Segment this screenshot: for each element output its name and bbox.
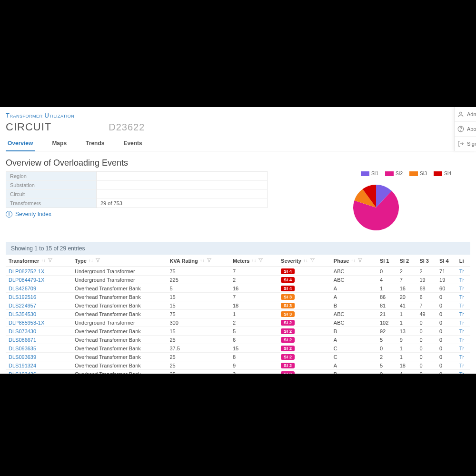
col-si-3[interactable]: SI 3 bbox=[416, 255, 436, 267]
row-link[interactable]: Tr bbox=[459, 277, 464, 283]
row-link[interactable]: Tr bbox=[459, 303, 464, 308]
cell-si2: 2 bbox=[397, 267, 417, 276]
summary-value: 29 of 753 bbox=[97, 198, 267, 208]
cell-kva: 25 bbox=[167, 361, 230, 370]
filter-icon[interactable] bbox=[258, 258, 263, 264]
filter-icon[interactable] bbox=[357, 258, 363, 264]
severity-index-link[interactable]: i Severity Index bbox=[6, 211, 268, 218]
cell-kva: 25 bbox=[167, 370, 230, 374]
row-link[interactable]: Tr bbox=[459, 311, 464, 317]
row-link[interactable]: Tr bbox=[459, 320, 464, 326]
cell-si3: 0 bbox=[416, 370, 436, 374]
col-li[interactable]: Li bbox=[456, 255, 470, 267]
cell-si4: 0 bbox=[436, 301, 456, 310]
sort-icon[interactable]: ↑↓ bbox=[89, 258, 93, 263]
transformer-link[interactable]: DLS093639 bbox=[9, 354, 36, 360]
transformer-link[interactable]: DLP885953-1X bbox=[9, 320, 44, 326]
transformer-link[interactable]: DLS192516 bbox=[9, 294, 36, 300]
transformer-link[interactable]: DLP082752-1X bbox=[9, 268, 44, 274]
page-title-row: CIRCUIT D23622 bbox=[6, 121, 470, 133]
transformer-link[interactable]: DLS426709 bbox=[9, 286, 36, 291]
filter-icon[interactable] bbox=[207, 258, 212, 264]
transformer-link[interactable]: DLS086671 bbox=[9, 337, 36, 343]
cell-phase: C bbox=[331, 353, 377, 361]
legend-item-si2[interactable]: SI2 bbox=[385, 171, 403, 176]
cell-phase: ABC bbox=[331, 276, 377, 284]
row-link[interactable]: Tr bbox=[459, 268, 464, 274]
filter-icon[interactable] bbox=[95, 258, 100, 264]
legend-chip-icon bbox=[409, 171, 418, 176]
sort-icon[interactable]: ↑↓ bbox=[351, 258, 356, 263]
tab-maps[interactable]: Maps bbox=[50, 140, 69, 151]
sort-icon[interactable]: ↑↓ bbox=[303, 258, 308, 263]
cell-si2: 9 bbox=[397, 336, 417, 344]
tab-overview[interactable]: Overview bbox=[6, 140, 35, 151]
col-transformer[interactable]: Transformer↑↓ bbox=[6, 255, 72, 267]
sort-icon[interactable]: ↑↓ bbox=[200, 258, 205, 263]
col-meters[interactable]: Meters↑↓ bbox=[230, 255, 278, 267]
legend-item-si1[interactable]: SI1 bbox=[361, 171, 378, 176]
row-link[interactable]: Tr bbox=[459, 371, 464, 374]
cell-phase: A bbox=[331, 293, 377, 301]
filter-icon[interactable] bbox=[310, 258, 315, 264]
row-link[interactable]: Tr bbox=[459, 337, 464, 343]
summary-label: Transformers bbox=[6, 198, 97, 208]
col-type[interactable]: Type↑↓ bbox=[72, 255, 167, 267]
transformer-link[interactable]: DLS093635 bbox=[9, 346, 36, 351]
transformer-link[interactable]: DLS354530 bbox=[9, 311, 36, 317]
col-si-1[interactable]: SI 1 bbox=[377, 255, 397, 267]
cell-type: Overhead Transformer Bank bbox=[72, 301, 167, 310]
severity-badge: SI 2 bbox=[281, 346, 295, 351]
severity-badge: SI 2 bbox=[281, 354, 295, 360]
row-link[interactable]: Tr bbox=[459, 286, 464, 291]
breadcrumb[interactable]: Transformer Utilization bbox=[6, 112, 470, 119]
cell-meters: 2 bbox=[230, 318, 278, 327]
table-row: DLS093635Overhead Transformer Bank37.515… bbox=[6, 344, 470, 353]
row-link[interactable]: Tr bbox=[459, 346, 464, 351]
transformer-link[interactable]: DLP084479-1X bbox=[9, 277, 44, 283]
cell-si2: 4 bbox=[397, 370, 417, 374]
row-link[interactable]: Tr bbox=[459, 363, 464, 368]
cell-kva: 25 bbox=[167, 336, 230, 344]
sort-icon[interactable]: ↑↓ bbox=[41, 258, 46, 263]
tab-trends[interactable]: Trends bbox=[84, 140, 106, 151]
cell-type: Overhead Transformer Bank bbox=[72, 336, 167, 344]
row-link[interactable]: Tr bbox=[459, 294, 464, 300]
transformer-link[interactable]: DLS191324 bbox=[9, 363, 36, 368]
pie-chart[interactable] bbox=[338, 179, 414, 236]
cell-si1: 5 bbox=[377, 361, 397, 370]
sort-icon[interactable]: ↑↓ bbox=[251, 258, 256, 263]
cell-si3: 2 bbox=[416, 267, 436, 276]
filter-icon[interactable] bbox=[48, 258, 53, 264]
transformer-link[interactable]: DLS224957 bbox=[9, 303, 36, 308]
severity-badge: SI 4 bbox=[281, 286, 295, 291]
severity-index-label: Severity Index bbox=[15, 211, 51, 218]
col-phase[interactable]: Phase↑↓ bbox=[331, 255, 377, 267]
table-row: DLP885953-1XUnderground Transformer3002S… bbox=[6, 318, 470, 327]
main-content: Transformer Utilization CIRCUIT D23622 O… bbox=[0, 107, 476, 374]
cell-phase: B bbox=[331, 301, 377, 310]
cell-si4: 60 bbox=[436, 284, 456, 293]
summary-label: Substation bbox=[6, 180, 97, 189]
chart-area: SI1SI2SI3SI4 bbox=[282, 171, 470, 236]
col-si-2[interactable]: SI 2 bbox=[397, 255, 417, 267]
col-si-4[interactable]: SI 4 bbox=[436, 255, 456, 267]
col-label: Severity bbox=[281, 258, 301, 264]
table-row: DLS191324Overhead Transformer Bank259SI … bbox=[6, 361, 470, 370]
tab-events[interactable]: Events bbox=[121, 140, 144, 151]
row-link[interactable]: Tr bbox=[459, 354, 464, 360]
legend-item-si3[interactable]: SI3 bbox=[409, 171, 427, 176]
transformer-link[interactable]: DLS073430 bbox=[9, 328, 36, 334]
col-label: SI 3 bbox=[419, 258, 429, 264]
cell-kva: 15 bbox=[167, 327, 230, 336]
col-severity[interactable]: Severity↑↓ bbox=[278, 255, 331, 267]
severity-badge: SI 2 bbox=[281, 337, 295, 343]
transformer-link[interactable]: DLS193426 bbox=[9, 371, 36, 374]
severity-badge: SI 4 bbox=[281, 277, 295, 283]
summary-value bbox=[97, 171, 267, 180]
cell-meters: 5 bbox=[230, 327, 278, 336]
legend-item-si4[interactable]: SI4 bbox=[434, 171, 451, 176]
col-kva-rating[interactable]: KVA Rating↑↓ bbox=[167, 255, 230, 267]
row-link[interactable]: Tr bbox=[459, 328, 464, 334]
page-title-id: D23622 bbox=[109, 122, 145, 133]
